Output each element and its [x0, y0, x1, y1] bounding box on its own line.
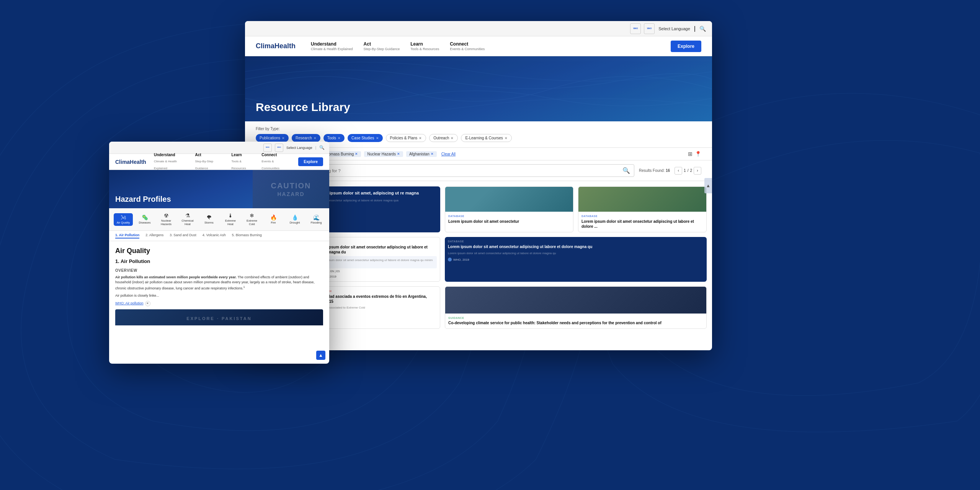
content-section-title: Air Quality — [115, 246, 323, 256]
resource-card-7[interactable]: GUIDANCE Co-developing climate service f… — [445, 286, 707, 329]
chip-tools[interactable]: Tools ✕ — [323, 134, 345, 142]
tab-chemical[interactable]: ⚗ Chemical Heat — [178, 211, 197, 227]
main-nav: ClimaHealth Understand Climate & Health … — [245, 36, 712, 56]
caution-overlay: CAUTION HAZARD — [253, 170, 329, 208]
hazard-profiles-window: WHO WHO Select Language | 🔍 ClimaHealth … — [109, 142, 329, 364]
front-topbar-divider: | — [315, 146, 316, 150]
nav-item-act[interactable]: Act Step-By-Step Guidance — [364, 41, 400, 51]
search-icon[interactable]: 🔍 — [622, 167, 630, 174]
front-nav-understand[interactable]: Understand Climate & Health Explained — [154, 153, 189, 171]
front-logo[interactable]: ClimaHealth — [115, 159, 146, 165]
hero-section: Resource Library — [245, 56, 712, 121]
resource-card-1[interactable]: Lorem ipsum dolor sit amet, adipiscing u… — [312, 186, 440, 232]
front-topbar-search-icon[interactable]: 🔍 — [319, 145, 325, 150]
topbar-search-icon[interactable]: 🔍 — [699, 26, 706, 32]
topbar: WHO WHO Select Language | 🔍 — [245, 21, 712, 36]
grid-view-icon[interactable]: ⊞ — [688, 151, 693, 157]
body-text: Air pollution kills an estimated seven m… — [115, 275, 323, 291]
explore-button[interactable]: Explore — [671, 41, 701, 52]
pakistan-banner: EXPLORE · PAKISTAN — [115, 309, 323, 326]
front-nav-learn[interactable]: Learn Tools & Resources — [232, 153, 256, 171]
tab-solar[interactable]: ☀ Solar Radiation — [328, 211, 329, 227]
resource-card-6[interactable]: RESEARCH Mortalidad asociada a eventos e… — [312, 286, 440, 329]
chip-policies[interactable]: Policies & Plans ✕ — [386, 134, 426, 142]
prev-page-button[interactable]: ‹ — [675, 167, 682, 175]
tab-nuclear[interactable]: ☢ Nuclear Hazards — [157, 211, 176, 227]
front-nav-act[interactable]: Act Step-By-Step Guidance — [195, 153, 225, 171]
chip-case-studies[interactable]: Case Studies ✕ — [348, 134, 382, 142]
clear-all-button[interactable]: Clear All — [441, 152, 456, 156]
body-text-2: Air pollution is closely linke... — [115, 293, 323, 299]
sub-navigation: 1. Air Pollution 2. Allergens 3. Sand an… — [109, 231, 329, 241]
tab-fire[interactable]: 🔥 Fire — [264, 213, 283, 226]
resource-card-4[interactable]: INDEX Lorem ipsum dolor sit amet onsecte… — [312, 237, 440, 282]
nav-item-understand[interactable]: Understand Climate & Health Explained — [311, 41, 353, 51]
resource-card-3[interactable]: DATABASE Lorem ipsum dolor sit amet onse… — [578, 186, 707, 232]
pagination: ‹ 1 / 2 › — [675, 167, 701, 175]
who-logo-2: WHO — [644, 23, 655, 34]
tab-storms[interactable]: 🌪 Storms — [199, 213, 219, 226]
close-link-button[interactable]: ✕ — [145, 301, 150, 306]
nav-links: Understand Climate & Health Explained Ac… — [311, 41, 655, 51]
front-page-title: Hazard Profiles — [115, 195, 171, 204]
tab-extreme-heat[interactable]: 🌡 Extreme Heat — [221, 211, 240, 227]
who-logos: WHO WHO — [630, 23, 655, 34]
who-air-pollution-link[interactable]: WHO: Air pollution — [115, 301, 144, 306]
next-page-button[interactable]: › — [694, 167, 701, 175]
filter-label: Filter by Type: — [256, 127, 701, 131]
front-hero: CAUTION HAZARD Hazard Profiles — [109, 170, 329, 208]
front-explore-button[interactable]: Explore — [298, 157, 323, 166]
search-box[interactable]: 🔍 — [287, 164, 634, 177]
tag-nuclear[interactable]: Nuclear Hazards ✕ — [364, 151, 403, 157]
who-logos-front: WHO WHO — [263, 144, 283, 152]
chip-elearning[interactable]: E-Learning & Courses ✕ — [461, 134, 511, 142]
nav-item-learn[interactable]: Learn Tools & Resources — [410, 41, 439, 51]
subtab-air-pollution[interactable]: 1. Air Pollution — [115, 233, 139, 238]
front-topbar: WHO WHO Select Language | 🔍 — [109, 142, 329, 154]
resource-card-5[interactable]: DATABASE Lorem ipsum dolor sit amet onse… — [445, 237, 707, 282]
front-nav-links: Understand Climate & Health Explained Ac… — [154, 153, 291, 171]
select-language-label[interactable]: Select Language — [658, 26, 690, 31]
tab-air-quality[interactable]: 🌬 Air Quality — [114, 213, 133, 226]
view-toggle: ⊞ 📍 — [688, 151, 701, 157]
who-logo-front-1: WHO — [263, 144, 272, 152]
page-title: Resource Library — [256, 101, 350, 114]
tab-flooding[interactable]: 🌊 Flooding — [307, 213, 326, 226]
tab-drought[interactable]: 💧 Drought — [285, 213, 304, 226]
who-link-row: WHO: Air pollution ✕ — [115, 301, 323, 306]
subtab-sand-dust[interactable]: 3. Sand and Dust — [170, 233, 196, 238]
content-subsection-title: 1. Air Pollution — [115, 258, 323, 265]
nav-item-connect[interactable]: Connect Events & Communities — [450, 41, 485, 51]
subtab-volcanic-ash[interactable]: 4. Volcanic Ash — [203, 233, 226, 238]
front-content: Air Quality 1. Air Pollution Overview Ai… — [109, 241, 329, 325]
topbar-divider: | — [694, 25, 696, 32]
front-nav: ClimaHealth Understand Climate & Health … — [109, 154, 329, 170]
tag-afghanistan[interactable]: Afghanistan ✕ — [406, 151, 437, 157]
tab-extreme-cold[interactable]: ❄ Extreme Cold — [242, 211, 261, 227]
resource-card-2[interactable]: DATABASE Lorem ipsum dolor sit amet onse… — [445, 186, 573, 232]
map-view-icon[interactable]: 📍 — [695, 151, 701, 157]
subtab-biomass[interactable]: 5. Biomass Burning — [232, 233, 262, 238]
cards-grid: Lorem ipsum dolor sit amet, adipiscing u… — [306, 181, 712, 334]
front-select-language[interactable]: Select Language — [286, 146, 312, 150]
subtab-allergens[interactable]: 2. Allergens — [145, 233, 163, 238]
site-logo[interactable]: ClimaHealth — [256, 42, 296, 50]
chip-research[interactable]: Research ✕ — [292, 134, 320, 142]
filter-chips: Publications ✕ Research ✕ Tools ✕ Case S… — [256, 134, 701, 142]
tab-diseases[interactable]: 🦠 Diseases — [135, 213, 154, 226]
chip-outreach[interactable]: Outreach ✕ — [429, 134, 458, 142]
scroll-indicator[interactable]: ▲ — [704, 178, 712, 193]
hazard-type-tabs: 🌬 Air Quality 🦠 Diseases ☢ Nuclear Hazar… — [109, 208, 329, 231]
search-input[interactable] — [291, 168, 620, 173]
front-nav-connect[interactable]: Connect Events & Communities — [261, 153, 291, 171]
back-to-top-button[interactable]: ▲ — [316, 351, 325, 360]
who-logo-1: WHO — [630, 23, 641, 34]
chip-publications[interactable]: Publications ✕ — [256, 134, 289, 142]
overview-label: Overview — [115, 268, 323, 273]
who-logo-front-2: WHO — [275, 144, 283, 152]
results-info: Results Found: 16 — [639, 168, 670, 173]
